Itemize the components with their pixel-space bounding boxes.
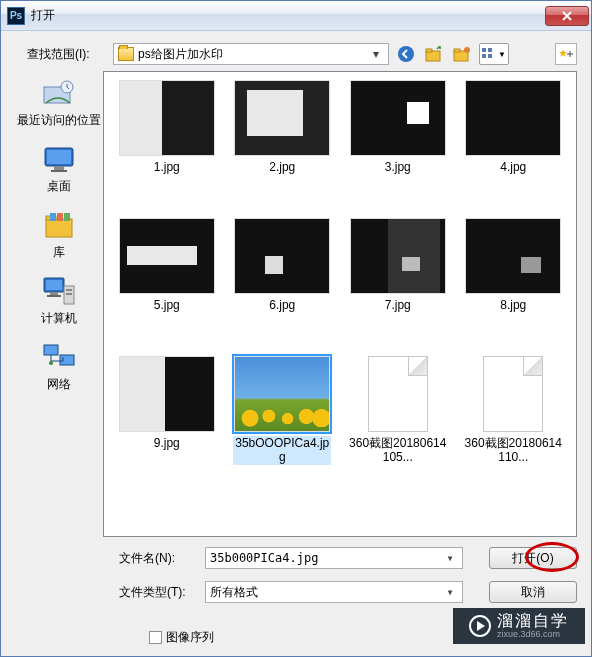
places-sidebar: 最近访问的位置 桌面 库 计算机 网络 xyxy=(15,71,103,537)
sidebar-computer[interactable]: 计算机 xyxy=(41,275,77,327)
cancel-button[interactable]: 取消 xyxy=(489,581,577,603)
watermark-text: 溜溜自学 xyxy=(497,612,569,630)
file-name: 4.jpg xyxy=(500,160,526,174)
file-name: 5.jpg xyxy=(154,298,180,312)
sidebar-recent[interactable]: 最近访问的位置 xyxy=(17,77,101,129)
svg-rect-7 xyxy=(488,48,492,52)
generic-file-icon xyxy=(368,356,428,432)
close-button[interactable] xyxy=(545,6,589,26)
view-icon xyxy=(482,48,496,60)
watermark-sub: zixue.3d66.com xyxy=(497,630,569,640)
file-item[interactable]: 6.jpg xyxy=(226,218,340,350)
back-icon xyxy=(397,45,415,63)
sidebar-desktop[interactable]: 桌面 xyxy=(41,143,77,195)
file-name: 8.jpg xyxy=(500,298,526,312)
recent-icon xyxy=(41,77,77,109)
chevron-down-icon: ▾ xyxy=(442,551,458,565)
photoshop-icon: Ps xyxy=(7,7,25,25)
folder-icon xyxy=(118,47,134,61)
new-folder-icon xyxy=(453,46,471,62)
titlebar: Ps 打开 xyxy=(1,1,591,31)
svg-point-30 xyxy=(49,361,53,365)
svg-rect-8 xyxy=(482,54,486,58)
chevron-down-icon: ▾ xyxy=(368,47,384,61)
chevron-down-icon: ▼ xyxy=(498,50,506,59)
sidebar-label: 网络 xyxy=(47,376,71,393)
file-name: 360截图20180614110... xyxy=(464,436,562,465)
file-name: 360截图20180614105... xyxy=(349,436,447,465)
close-icon xyxy=(561,11,573,21)
sidebar-label: 最近访问的位置 xyxy=(17,112,101,129)
filename-value: 35b000PICa4.jpg xyxy=(210,551,442,565)
sidebar-label: 计算机 xyxy=(41,310,77,327)
svg-rect-26 xyxy=(66,289,72,291)
new-folder-button[interactable] xyxy=(451,43,473,65)
folder-dropdown[interactable]: ps给图片加水印 ▾ xyxy=(113,43,389,65)
svg-rect-15 xyxy=(51,170,67,172)
sidebar-label: 库 xyxy=(53,244,65,261)
sidebar-network[interactable]: 网络 xyxy=(41,341,77,393)
file-item[interactable]: 9.jpg xyxy=(110,356,224,488)
file-name: 2.jpg xyxy=(269,160,295,174)
svg-rect-29 xyxy=(60,355,74,365)
svg-point-5 xyxy=(464,47,470,53)
svg-rect-18 xyxy=(50,213,56,221)
file-item[interactable]: 8.jpg xyxy=(457,218,571,350)
file-item-selected[interactable]: 35bOOOPICa4.jpg xyxy=(226,356,340,488)
back-button[interactable] xyxy=(395,43,417,65)
svg-rect-23 xyxy=(50,292,58,295)
filename-input[interactable]: 35b000PICa4.jpg ▾ xyxy=(205,547,463,569)
image-sequence-row: 图像序列 xyxy=(149,629,463,646)
file-item[interactable]: 360截图20180614110... xyxy=(457,356,571,488)
svg-rect-14 xyxy=(54,166,64,170)
svg-rect-24 xyxy=(47,295,61,297)
up-button[interactable] xyxy=(423,43,445,65)
view-menu-button[interactable]: ▼ xyxy=(479,43,509,65)
file-item[interactable]: 3.jpg xyxy=(341,80,455,212)
filename-label: 文件名(N): xyxy=(119,550,205,567)
file-name: 7.jpg xyxy=(385,298,411,312)
filetype-row: 文件类型(T): 所有格式 ▾ xyxy=(119,581,463,603)
sidebar-library[interactable]: 库 xyxy=(41,209,77,261)
content-area: 最近访问的位置 桌面 库 计算机 网络 xyxy=(15,71,577,537)
svg-rect-22 xyxy=(46,280,62,290)
file-item[interactable]: 360截图20180614105... xyxy=(341,356,455,488)
file-item[interactable]: 5.jpg xyxy=(110,218,224,350)
svg-rect-13 xyxy=(47,150,71,164)
svg-point-0 xyxy=(398,46,414,62)
chevron-down-icon: ▾ xyxy=(442,585,458,599)
computer-icon xyxy=(41,275,77,307)
filename-row: 文件名(N): 35b000PICa4.jpg ▾ xyxy=(119,547,463,569)
extra-button[interactable] xyxy=(555,43,577,65)
open-button[interactable]: 打开(O) xyxy=(489,547,577,569)
image-sequence-checkbox[interactable] xyxy=(149,631,162,644)
file-name: 9.jpg xyxy=(154,436,180,450)
image-sequence-label: 图像序列 xyxy=(166,629,214,646)
file-item[interactable]: 1.jpg xyxy=(110,80,224,212)
svg-rect-19 xyxy=(57,213,63,221)
file-name: 35bOOOPICa4.jpg xyxy=(233,436,331,465)
play-icon xyxy=(469,615,491,637)
file-name: 1.jpg xyxy=(154,160,180,174)
lookin-row: 查找范围(I): ps给图片加水印 ▾ ▼ xyxy=(15,43,577,65)
dialog-title: 打开 xyxy=(31,7,545,24)
open-dialog: Ps 打开 查找范围(I): ps给图片加水印 ▾ xyxy=(0,0,592,657)
sidebar-label: 桌面 xyxy=(47,178,71,195)
lookin-label: 查找范围(I): xyxy=(27,46,107,63)
network-icon xyxy=(41,341,77,373)
svg-rect-16 xyxy=(46,219,72,237)
folder-up-icon xyxy=(425,46,443,62)
filetype-label: 文件类型(T): xyxy=(119,584,205,601)
file-item[interactable]: 2.jpg xyxy=(226,80,340,212)
svg-rect-9 xyxy=(488,54,492,58)
file-name: 3.jpg xyxy=(385,160,411,174)
filetype-select[interactable]: 所有格式 ▾ xyxy=(205,581,463,603)
svg-rect-28 xyxy=(44,345,58,355)
file-item[interactable]: 4.jpg xyxy=(457,80,571,212)
file-item[interactable]: 7.jpg xyxy=(341,218,455,350)
folder-name: ps给图片加水印 xyxy=(138,46,364,63)
svg-rect-20 xyxy=(64,213,70,221)
toolbar-icons: ▼ xyxy=(395,43,577,65)
svg-rect-27 xyxy=(66,293,72,295)
file-list[interactable]: 1.jpg 2.jpg 3.jpg 4.jpg 5.jpg 6.jpg 7.jp… xyxy=(103,71,577,537)
